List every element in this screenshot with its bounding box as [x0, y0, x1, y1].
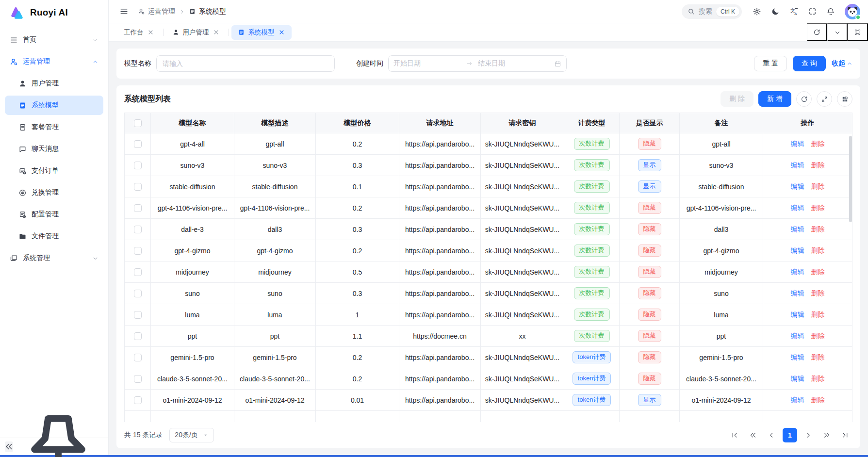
delete-link[interactable]: 删除	[811, 182, 825, 190]
row-checkbox[interactable]	[134, 375, 142, 383]
last-page-button[interactable]	[838, 428, 852, 442]
delete-link[interactable]: 删除	[811, 396, 825, 404]
visibility-badge[interactable]: 隐藏	[638, 138, 661, 150]
delete-link[interactable]: 删除	[811, 332, 825, 340]
settings-button[interactable]	[750, 4, 764, 19]
edit-link[interactable]: 编辑	[791, 375, 804, 382]
visibility-badge[interactable]: 显示	[638, 394, 661, 406]
edit-link[interactable]: 编辑	[791, 268, 804, 276]
delete-link[interactable]: 删除	[811, 225, 825, 233]
column-settings-button[interactable]	[837, 91, 852, 107]
row-checkbox[interactable]	[134, 332, 142, 340]
sidebar-item-package-management[interactable]: 套餐管理	[5, 117, 103, 137]
delete-link[interactable]: 删除	[811, 140, 825, 147]
edit-link[interactable]: 编辑	[791, 182, 804, 190]
close-icon[interactable]	[278, 29, 285, 36]
delete-link[interactable]: 删除	[811, 268, 825, 276]
row-checkbox[interactable]	[134, 183, 142, 191]
sidebar-collapse-button[interactable]	[5, 441, 13, 452]
global-search[interactable]: 搜索 Ctrl K	[682, 4, 742, 19]
tab-用户管理[interactable]: 用户管理	[166, 25, 226, 40]
reset-button[interactable]: 重 置	[754, 56, 787, 71]
sidebar-item-operations[interactable]: 运营管理	[5, 52, 103, 71]
sidebar-item-user-management[interactable]: 用户管理	[5, 74, 103, 93]
delete-link[interactable]: 删除	[811, 161, 825, 169]
sidebar-item-payment-orders[interactable]: 支付订单	[5, 161, 103, 180]
page-size-select[interactable]: 20条/页	[169, 428, 213, 442]
row-checkbox[interactable]	[134, 311, 142, 319]
edit-link[interactable]: 编辑	[791, 140, 804, 147]
row-checkbox[interactable]	[134, 290, 142, 297]
visibility-badge[interactable]: 显示	[638, 159, 661, 171]
notifications-button[interactable]	[823, 4, 838, 19]
sidebar-item-system-model[interactable]: 系统模型	[5, 96, 103, 115]
row-checkbox[interactable]	[134, 162, 142, 169]
refresh-list-button[interactable]	[796, 91, 812, 107]
edit-link[interactable]: 编辑	[791, 353, 804, 361]
delete-link[interactable]: 删除	[811, 204, 825, 212]
prev-group-button[interactable]	[746, 428, 760, 442]
edit-link[interactable]: 编辑	[791, 161, 804, 169]
refresh-tab-button[interactable]	[807, 23, 827, 41]
visibility-badge[interactable]: 隐藏	[638, 245, 661, 257]
vertical-scrollbar[interactable]	[849, 136, 852, 222]
edit-link[interactable]: 编辑	[791, 332, 804, 340]
edit-link[interactable]: 编辑	[791, 289, 804, 297]
dark-mode-button[interactable]	[768, 4, 783, 19]
language-button[interactable]: 文A	[786, 4, 801, 19]
edit-link[interactable]: 编辑	[791, 225, 804, 233]
brand-logo[interactable]: Ruoyi AI	[0, 0, 108, 25]
sidebar-item-redeem-management[interactable]: 兑换管理	[5, 183, 103, 202]
collapse-filter-button[interactable]: 收起	[832, 59, 852, 68]
visibility-badge[interactable]: 显示	[638, 180, 661, 193]
sidebar-item-chat-messages[interactable]: 聊天消息	[5, 139, 103, 159]
page-button-current[interactable]: 1	[783, 428, 797, 442]
sidebar-item-home[interactable]: 首页	[5, 30, 103, 49]
fullscreen-button[interactable]	[805, 4, 819, 19]
edit-link[interactable]: 编辑	[791, 246, 804, 254]
row-checkbox[interactable]	[134, 268, 142, 276]
breadcrumb-item[interactable]: 系统模型	[189, 7, 226, 16]
close-icon[interactable]	[213, 29, 220, 36]
visibility-badge[interactable]: 隐藏	[638, 309, 661, 321]
visibility-badge[interactable]: 隐藏	[638, 351, 661, 363]
row-checkbox[interactable]	[134, 247, 142, 255]
next-group-button[interactable]	[819, 428, 834, 442]
close-icon[interactable]	[147, 29, 154, 36]
delete-link[interactable]: 删除	[811, 375, 825, 382]
delete-link[interactable]: 删除	[811, 289, 825, 297]
visibility-badge[interactable]: 隐藏	[638, 330, 661, 342]
sidebar-item-system[interactable]: 系统管理	[5, 248, 103, 268]
model-name-input[interactable]	[156, 55, 335, 72]
visibility-badge[interactable]: 隐藏	[638, 202, 661, 214]
sidebar-item-file-management[interactable]: 文件管理	[5, 227, 103, 246]
row-checkbox[interactable]	[134, 140, 142, 148]
batch-delete-button[interactable]: 删 除	[721, 91, 753, 107]
sidebar-toggle-button[interactable]	[116, 4, 131, 19]
row-checkbox[interactable]	[134, 226, 142, 233]
sidebar-pin-button[interactable]	[13, 402, 103, 457]
add-button[interactable]: 新 增	[758, 91, 791, 107]
visibility-badge[interactable]: 隐藏	[638, 266, 661, 278]
delete-link[interactable]: 删除	[811, 353, 825, 361]
visibility-badge[interactable]: 隐藏	[638, 373, 661, 385]
fullscreen-table-button[interactable]	[817, 91, 832, 107]
tab-menu-button[interactable]	[827, 23, 848, 41]
delete-link[interactable]: 删除	[811, 246, 825, 254]
first-page-button[interactable]	[727, 428, 742, 442]
prev-page-button[interactable]	[764, 428, 779, 442]
maximize-content-button[interactable]	[848, 23, 868, 41]
row-checkbox[interactable]	[134, 354, 142, 361]
tab-系统模型[interactable]: 系统模型	[231, 25, 292, 40]
next-page-button[interactable]	[801, 428, 816, 442]
sidebar-item-config-management[interactable]: 配置管理	[5, 205, 103, 224]
delete-link[interactable]: 删除	[811, 310, 825, 318]
user-avatar[interactable]	[845, 4, 860, 19]
edit-link[interactable]: 编辑	[791, 396, 804, 404]
row-checkbox[interactable]	[134, 204, 142, 212]
visibility-badge[interactable]: 隐藏	[638, 223, 661, 235]
edit-link[interactable]: 编辑	[791, 204, 804, 212]
tab-工作台[interactable]: 工作台	[117, 25, 161, 40]
date-range-picker[interactable]: 开始日期 结束日期	[388, 55, 567, 72]
breadcrumb-item[interactable]: 运营管理	[138, 7, 175, 16]
